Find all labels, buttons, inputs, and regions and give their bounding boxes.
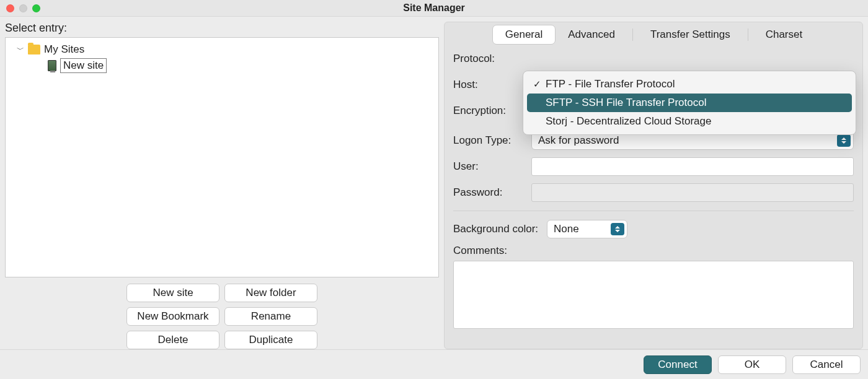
- logon-type-label: Logon Type:: [453, 134, 525, 147]
- zoom-window-icon[interactable]: [32, 4, 40, 12]
- close-window-icon[interactable]: [6, 4, 14, 12]
- tree-site-new-site[interactable]: New site: [8, 58, 436, 74]
- duplicate-button[interactable]: Duplicate: [224, 331, 317, 349]
- comments-label: Comments:: [453, 245, 854, 257]
- tree-folder-my-sites[interactable]: ﹀ My Sites: [8, 41, 436, 58]
- protocol-option-storj[interactable]: Storj - Decentralized Cloud Storage: [527, 112, 852, 131]
- cancel-button[interactable]: Cancel: [792, 355, 861, 374]
- tab-transfer[interactable]: Transfer Settings: [638, 25, 743, 44]
- right-panel: General Advanced Transfer Settings Chars…: [444, 22, 863, 349]
- background-color-row: Background color: None: [453, 220, 854, 238]
- tab-separator: [632, 28, 633, 41]
- user-label: User:: [453, 160, 525, 173]
- tree-buttons: New site New folder New Bookmark Rename …: [5, 277, 439, 349]
- select-stepper-icon: [837, 134, 851, 147]
- site-name-input[interactable]: New site: [60, 58, 107, 73]
- password-input[interactable]: [531, 183, 854, 202]
- new-bookmark-button[interactable]: New Bookmark: [126, 307, 219, 326]
- tab-general[interactable]: General: [492, 25, 556, 45]
- new-site-button[interactable]: New site: [126, 284, 219, 302]
- protocol-select-placeholder: [531, 50, 854, 68]
- select-stepper-icon: [611, 223, 624, 235]
- connect-button[interactable]: Connect: [644, 355, 712, 374]
- protocol-dropdown[interactable]: FTP - File Transfer Protocol SFTP - SSH …: [523, 71, 856, 135]
- background-color-label: Background color:: [453, 223, 538, 235]
- server-icon: [48, 60, 56, 71]
- chevron-down-icon[interactable]: ﹀: [17, 45, 24, 55]
- site-manager-window: Site Manager Select entry: ﹀ My Sites Ne…: [0, 0, 868, 379]
- window-title: Site Manager: [50, 2, 818, 14]
- background-color-select[interactable]: None: [547, 220, 627, 238]
- protocol-option-sftp[interactable]: SFTP - SSH File Transfer Protocol: [527, 94, 852, 112]
- logon-type-value: Ask for password: [538, 134, 619, 147]
- protocol-label: Protocol:: [453, 53, 525, 65]
- encryption-label: Encryption:: [453, 105, 525, 117]
- new-folder-button[interactable]: New folder: [224, 284, 317, 302]
- rename-button[interactable]: Rename: [224, 307, 317, 326]
- comments-textarea[interactable]: [453, 261, 854, 329]
- ok-button[interactable]: OK: [718, 355, 786, 374]
- protocol-option-ftp[interactable]: FTP - File Transfer Protocol: [527, 75, 852, 94]
- tabs: General Advanced Transfer Settings Chars…: [453, 22, 854, 47]
- site-tree[interactable]: ﹀ My Sites New site: [5, 37, 439, 277]
- tree-folder-label: My Sites: [44, 43, 84, 56]
- tab-advanced[interactable]: Advanced: [556, 25, 627, 44]
- delete-button[interactable]: Delete: [126, 331, 219, 349]
- password-label: Password:: [453, 186, 525, 199]
- background-color-value: None: [554, 223, 579, 235]
- dialog-footer: Connect OK Cancel: [0, 349, 868, 379]
- host-label: Host:: [453, 79, 525, 91]
- logon-form: Logon Type: Ask for password User: Passw…: [453, 129, 854, 202]
- tab-charset[interactable]: Charset: [753, 25, 815, 44]
- window-controls: [6, 4, 50, 12]
- left-panel: Select entry: ﹀ My Sites New site New si…: [5, 22, 439, 349]
- tab-separator: [748, 28, 748, 41]
- select-entry-label: Select entry:: [5, 22, 439, 35]
- titlebar: Site Manager: [0, 0, 868, 17]
- divider: [453, 211, 854, 211]
- user-input[interactable]: [531, 157, 854, 176]
- minimize-window-icon[interactable]: [19, 4, 27, 12]
- folder-icon: [28, 45, 40, 54]
